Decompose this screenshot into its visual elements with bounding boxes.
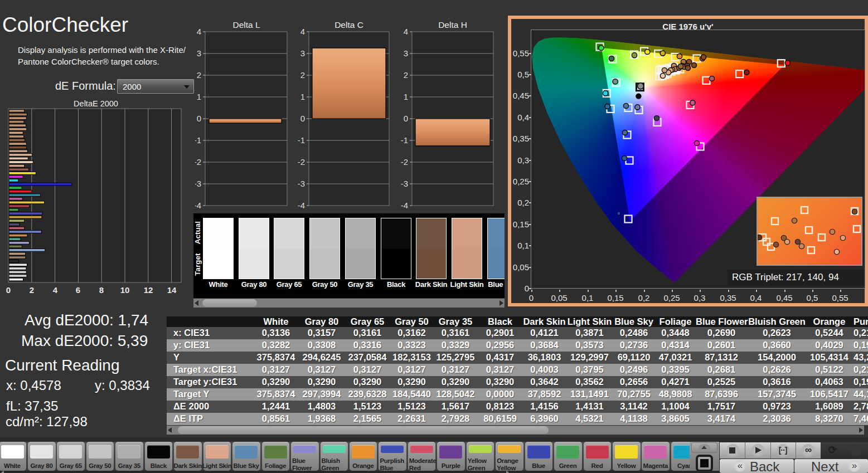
svg-text:-2: -2 [401, 157, 408, 167]
svg-text:2: 2 [300, 70, 305, 80]
svg-text:DeltaE 2000: DeltaE 2000 [74, 99, 118, 108]
svg-text:0: 0 [404, 114, 408, 123]
svg-text:-3: -3 [401, 179, 408, 188]
svg-text:2: 2 [30, 285, 34, 295]
svg-text:Delta H: Delta H [438, 20, 467, 30]
svg-text:4: 4 [300, 27, 305, 36]
svg-text:-2: -2 [195, 157, 201, 167]
svg-text:3: 3 [404, 48, 408, 58]
svg-text:4: 4 [404, 27, 408, 36]
svg-text:-1: -1 [401, 135, 408, 145]
svg-text:Delta L: Delta L [232, 20, 260, 30]
svg-text:12: 12 [144, 285, 153, 295]
svg-text:1: 1 [197, 92, 201, 101]
svg-text:0: 0 [6, 285, 11, 295]
svg-text:-2: -2 [298, 157, 305, 167]
svg-text:1: 1 [404, 92, 408, 101]
svg-text:4: 4 [197, 27, 201, 36]
svg-text:0: 0 [197, 114, 201, 123]
svg-text:3: 3 [197, 48, 201, 58]
svg-text:3: 3 [300, 48, 305, 58]
svg-text:-1: -1 [195, 135, 201, 145]
svg-text:2: 2 [404, 70, 408, 80]
svg-text:8: 8 [99, 285, 104, 295]
svg-text:10: 10 [120, 285, 130, 295]
svg-text:-4: -4 [195, 201, 201, 210]
svg-text:14: 14 [167, 285, 177, 295]
svg-text:1: 1 [300, 92, 305, 101]
svg-text:Delta C: Delta C [334, 20, 363, 30]
svg-text:6: 6 [76, 285, 80, 295]
svg-text:-1: -1 [298, 135, 305, 145]
svg-text:4: 4 [53, 285, 58, 295]
svg-text:-4: -4 [401, 201, 408, 210]
svg-text:-4: -4 [298, 201, 305, 210]
svg-text:-3: -3 [298, 179, 305, 188]
svg-text:0: 0 [300, 114, 305, 123]
svg-text:2: 2 [197, 70, 201, 80]
svg-text:-3: -3 [195, 179, 201, 188]
